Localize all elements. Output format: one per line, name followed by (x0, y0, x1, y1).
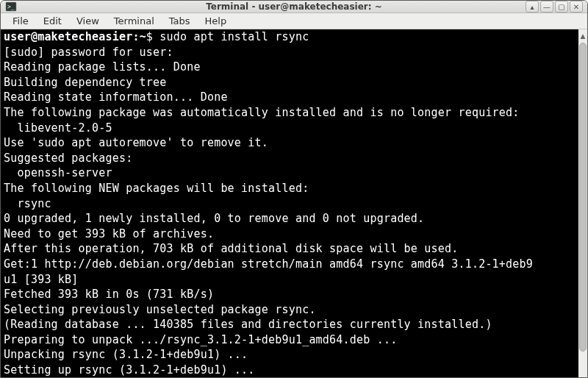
scroll-up-icon[interactable]: ▲ (578, 31, 587, 41)
titlebar[interactable]: >_ Terminal - user@maketecheasier: ~ ▴ —… (1, 1, 587, 13)
output-line: Preparing to unpack .../rsync_3.1.2-1+de… (4, 332, 576, 348)
output-line: openssh-server (4, 165, 576, 181)
close-button[interactable]: ✕ (570, 1, 583, 13)
menubar: File Edit View Terminal Tabs Help (1, 13, 587, 29)
output-line: Reading package lists... Done (4, 60, 576, 75)
output-line: libevent-2.0-5 (4, 121, 576, 136)
terminal-icon: >_ (5, 1, 17, 13)
output-line: Selecting previously unselected package … (4, 302, 576, 318)
scrollbar[interactable]: ▲ ▼ (578, 29, 587, 378)
window-title: Terminal - user@maketecheasier: ~ (1, 1, 587, 12)
prompt-path: ~ (140, 30, 146, 43)
prompt-line: user@maketecheasier:~$ sudo apt install … (4, 29, 576, 45)
output-line: rsync (4, 196, 576, 212)
close-icon: ✕ (573, 3, 579, 11)
maximize-button[interactable]: ▢ (555, 1, 568, 13)
output-line: Unpacking rsync (3.1.2-1+deb9u1) ... (4, 347, 576, 363)
window-controls: ▴ — ▢ ✕ (526, 1, 583, 13)
output-line: After this operation, 703 kB of addition… (4, 241, 576, 257)
maximize-icon: ▢ (558, 3, 564, 11)
command-text: sudo apt install rsync (159, 30, 309, 43)
output-line: The following NEW packages will be insta… (4, 181, 576, 196)
output-line: 0 upgraded, 1 newly installed, 0 to remo… (4, 211, 576, 227)
terminal-window: >_ Terminal - user@maketecheasier: ~ ▴ —… (0, 0, 588, 378)
terminal-area: user@maketecheasier:~$ sudo apt install … (1, 29, 587, 378)
menu-edit[interactable]: Edit (36, 13, 69, 29)
shade-button[interactable]: ▴ (526, 1, 539, 13)
output-line: Need to get 393 kB of archives. (4, 227, 576, 242)
shade-icon: ▴ (530, 3, 534, 11)
terminal-output[interactable]: user@maketecheasier:~$ sudo apt install … (1, 29, 578, 378)
output-line: (Reading database ... 140385 files and d… (4, 317, 576, 332)
svg-text:>_: >_ (7, 4, 15, 10)
scroll-thumb[interactable] (579, 43, 587, 352)
output-line: Get:1 http://deb.debian.org/debian stret… (4, 257, 576, 272)
output-line: Building dependency tree (4, 75, 576, 90)
prompt-symbol: $ (146, 30, 159, 43)
output-line: Reading state information... Done (4, 90, 576, 105)
output-line: Fetched 393 kB in 0s (731 kB/s) (4, 287, 576, 302)
menu-help[interactable]: Help (198, 13, 234, 29)
output-line: The following package was automatically … (4, 105, 576, 121)
prompt-user: user@maketecheasier (4, 30, 132, 43)
prompt-sep: : (132, 30, 139, 43)
minimize-button[interactable]: — (540, 1, 553, 13)
output-line: [sudo] password for user: (4, 45, 576, 60)
minimize-icon: — (543, 3, 551, 11)
menu-tabs[interactable]: Tabs (162, 13, 198, 29)
menu-file[interactable]: File (5, 13, 36, 29)
output-line: Setting up rsync (3.1.2-1+deb9u1) ... (4, 363, 576, 378)
menu-terminal[interactable]: Terminal (107, 13, 162, 29)
output-line: Use 'sudo apt autoremove' to remove it. (4, 135, 576, 151)
output-line: Suggested packages: (4, 151, 576, 166)
menu-view[interactable]: View (69, 13, 107, 29)
output-line: u1 [393 kB] (4, 272, 576, 288)
